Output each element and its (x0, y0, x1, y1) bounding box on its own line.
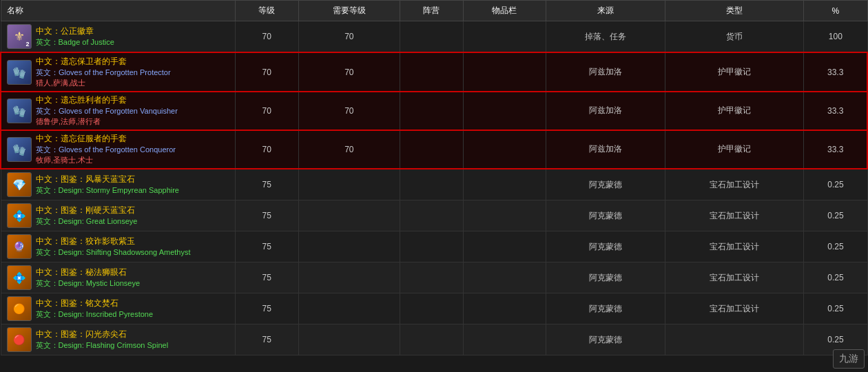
item-name-cell: 中文：遗忘保卫者的手套英文：Gloves of the Forgotten Pr… (1, 52, 235, 92)
item-name-inner: 中文：图鉴：风暴天蓝宝石英文：Design: Stormy Empyrean S… (7, 172, 229, 197)
col-name: 名称 (1, 1, 235, 21)
item-type: 货币 (665, 21, 804, 53)
item-faction (400, 21, 464, 53)
item-en-name: 英文：Design: Stormy Empyrean Sapphire (36, 185, 179, 196)
item-slot (464, 130, 546, 169)
item-type: 护甲徽记 (665, 92, 804, 130)
item-percent: 100 (804, 21, 867, 53)
item-level: 70 (235, 130, 299, 169)
item-icon (7, 296, 32, 321)
item-type: 宝石加工设计 (665, 169, 804, 200)
item-type: 护甲徽记 (665, 52, 804, 92)
item-slot (464, 52, 546, 92)
item-percent: 33.3 (804, 130, 867, 169)
table-row: 中文：图鉴：刚硬天蓝宝石英文：Design: Great Lionseye75阿… (1, 200, 867, 231)
col-percent: % (804, 1, 867, 21)
col-source: 来源 (546, 1, 665, 21)
item-cn-name: 中文：图鉴：刚硬天蓝宝石 (36, 205, 138, 216)
item-name-cell: 中文：图鉴：铭文焚石英文：Design: Inscribed Pyrestone (1, 293, 235, 324)
item-name-inner: 中文：图鉴：狡诈影歌紫玉英文：Design: Shifting Shadowso… (7, 234, 229, 259)
item-req-level: 70 (299, 52, 400, 92)
item-level: 75 (235, 231, 299, 262)
item-class: 德鲁伊,法师,潜行者 (36, 116, 178, 127)
item-req-level (299, 200, 400, 231)
item-percent: 0.25 (804, 262, 867, 293)
item-name-text: 中文：图鉴：秘法狮眼石英文：Design: Mystic Lionseye (36, 267, 141, 289)
item-req-level: 70 (299, 21, 400, 53)
item-name-cell: 中文：图鉴：秘法狮眼石英文：Design: Mystic Lionseye (1, 262, 235, 293)
item-en-name: 英文：Gloves of the Forgotten Protector (36, 68, 171, 78)
item-faction (400, 231, 464, 262)
item-level: 75 (235, 262, 299, 293)
item-name-text: 中文：图鉴：狡诈影歌紫玉英文：Design: Shifting Shadowso… (36, 236, 191, 258)
item-level: 75 (235, 293, 299, 324)
item-icon (7, 60, 32, 85)
item-class: 牧师,圣骑士,术士 (36, 155, 176, 165)
item-cn-name: 中文：图鉴：闪光赤尖石 (36, 329, 169, 340)
item-percent: 0.25 (804, 293, 867, 324)
item-icon (7, 137, 32, 162)
item-name-text: 中文：图鉴：闪光赤尖石英文：Design: Flashing Crimson S… (36, 329, 169, 351)
item-source: 阿兹加洛 (546, 130, 665, 169)
item-type: 宝石加工设计 (665, 231, 804, 262)
item-icon (7, 327, 32, 352)
item-slot (464, 169, 546, 200)
item-faction (400, 200, 464, 231)
item-faction (400, 262, 464, 293)
table-row: 中文：遗忘胜利者的手套英文：Gloves of the Forgotten Va… (1, 92, 867, 130)
table-row: 中文：图鉴：闪光赤尖石英文：Design: Flashing Crimson S… (1, 324, 867, 355)
item-req-level: 70 (299, 92, 400, 130)
table-row: 中文：遗忘征服者的手套英文：Gloves of the Forgotten Co… (1, 130, 867, 169)
item-level: 75 (235, 169, 299, 200)
item-name-text: 中文：遗忘保卫者的手套英文：Gloves of the Forgotten Pr… (36, 56, 171, 88)
item-percent: 33.3 (804, 52, 867, 92)
item-name-text: 中文：遗忘征服者的手套英文：Gloves of the Forgotten Co… (36, 133, 176, 165)
item-source: 阿克蒙德 (546, 231, 665, 262)
item-cn-name: 中文：图鉴：风暴天蓝宝石 (36, 174, 179, 185)
item-source: 阿兹加洛 (546, 52, 665, 92)
item-source: 阿克蒙德 (546, 200, 665, 231)
item-en-name: 英文：Badge of Justice (36, 37, 114, 48)
item-icon (7, 265, 32, 290)
item-percent: 0.25 (804, 169, 867, 200)
item-cn-name: 中文：公正徽章 (36, 25, 114, 37)
item-percent: 33.3 (804, 92, 867, 130)
item-class: 猎人,萨满,战士 (36, 78, 171, 88)
item-type: 宝石加工设计 (665, 200, 804, 231)
item-req-level (299, 293, 400, 324)
item-source: 阿兹加洛 (546, 92, 665, 130)
item-icon (7, 234, 32, 259)
item-req-level (299, 169, 400, 200)
item-cn-name: 中文：遗忘保卫者的手套 (36, 56, 171, 68)
item-name-inner: 中文：遗忘保卫者的手套英文：Gloves of the Forgotten Pr… (7, 56, 229, 88)
watermark-text: 九游 (839, 353, 858, 355)
item-name-text: 中文：图鉴：刚硬天蓝宝石英文：Design: Great Lionseye (36, 205, 138, 227)
table-header: 名称 等级 需要等级 阵营 物品栏 来源 类型 % (1, 1, 867, 21)
item-req-level (299, 324, 400, 355)
item-en-name: 英文：Design: Great Lionseye (36, 216, 138, 227)
item-icon (7, 203, 32, 228)
item-type: 护甲徽记 (665, 130, 804, 169)
item-source: 阿克蒙德 (546, 262, 665, 293)
item-name-inner: 中文：图鉴：闪光赤尖石英文：Design: Flashing Crimson S… (7, 327, 229, 352)
item-name-inner: 中文：图鉴：铭文焚石英文：Design: Inscribed Pyrestone (7, 296, 229, 321)
item-slot (464, 200, 546, 231)
item-type: 宝石加工设计 (665, 293, 804, 324)
item-name-cell: 中文：图鉴：闪光赤尖石英文：Design: Flashing Crimson S… (1, 324, 235, 355)
item-name-cell: 中文：遗忘征服者的手套英文：Gloves of the Forgotten Co… (1, 130, 235, 169)
item-faction (400, 293, 464, 324)
col-level: 等级 (235, 1, 299, 21)
item-cn-name: 中文：遗忘征服者的手套 (36, 133, 176, 145)
item-name-cell: 中文：图鉴：狡诈影歌紫玉英文：Design: Shifting Shadowso… (1, 231, 235, 262)
item-cn-name: 中文：图鉴：铭文焚石 (36, 298, 154, 309)
item-level: 70 (235, 21, 299, 53)
item-name-inner: 2中文：公正徽章英文：Badge of Justice (7, 24, 229, 49)
item-req-level: 70 (299, 130, 400, 169)
col-slot: 物品栏 (464, 1, 546, 21)
item-en-name: 英文：Design: Inscribed Pyrestone (36, 309, 154, 320)
watermark-logo: 九游 (833, 349, 865, 355)
item-level: 70 (235, 92, 299, 130)
item-percent: 0.25 (804, 231, 867, 262)
item-slot (464, 21, 546, 53)
item-en-name: 英文：Design: Flashing Crimson Spinel (36, 340, 169, 351)
